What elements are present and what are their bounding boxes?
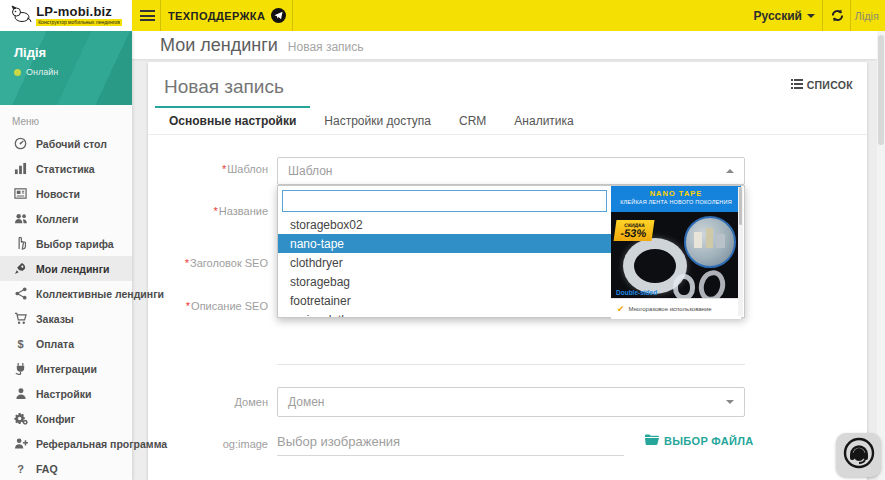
sidebar-item-faq[interactable]: ? FAQ xyxy=(0,456,132,480)
tab-main-settings[interactable]: Основные настройки xyxy=(155,106,310,134)
chevron-up-icon xyxy=(726,169,734,173)
sidebar-item-collective-landings[interactable]: Коллективные лендинги xyxy=(0,281,132,306)
template-option[interactable]: storagebag xyxy=(278,272,611,291)
profile-card: Лідія Онлайн xyxy=(0,31,132,105)
online-status-label: Онлайн xyxy=(26,67,58,77)
dropdown-scrollbar[interactable] xyxy=(738,187,743,316)
preview-photo-inset xyxy=(684,216,736,268)
plug-icon xyxy=(13,362,28,375)
domain-field-label: Домен xyxy=(156,396,268,408)
page-header: Мои лендинги Новая запись xyxy=(132,31,885,59)
app-window: LP-mobi.biz Конструктор мобильных лендин… xyxy=(0,0,885,480)
og-image-placeholder: Выбор изображения xyxy=(277,434,400,449)
sidebar-item-my-landings[interactable]: Мои лендинги xyxy=(0,256,132,281)
user-plus-icon xyxy=(13,437,28,450)
language-selector[interactable]: Русский xyxy=(754,0,816,31)
og-image-input[interactable]: Выбор изображения xyxy=(277,430,624,456)
choose-file-label: ВЫБОР ФАЙЛА xyxy=(664,435,754,447)
sidebar-item-colleagues[interactable]: Коллеги xyxy=(0,206,132,231)
gears-icon xyxy=(13,412,28,425)
domain-select[interactable]: Домен xyxy=(277,387,745,417)
dollar-icon: $ xyxy=(13,337,28,350)
colleagues-icon xyxy=(13,212,28,225)
og-image-field-label: og:image xyxy=(156,438,268,450)
language-label: Русский xyxy=(754,9,803,23)
sidebar-item-tariff[interactable]: Выбор тарифа xyxy=(0,231,132,256)
topbar-username[interactable]: Лідія xyxy=(855,0,879,31)
domain-select-placeholder: Домен xyxy=(288,395,726,409)
tech-support-label: ТЕХПОДДЕРЖКА xyxy=(168,10,265,22)
landings-rocket-icon xyxy=(13,262,28,275)
support-chat-widget[interactable] xyxy=(836,433,881,477)
template-search-input[interactable] xyxy=(282,190,607,212)
card-title: Новая запись xyxy=(164,76,284,98)
name-field-label: *Название xyxy=(156,205,268,217)
topbar-divider xyxy=(822,0,823,31)
tab-analytics[interactable]: Аналитика xyxy=(500,106,587,134)
template-select[interactable]: Шаблон xyxy=(277,157,745,185)
tech-support-button[interactable]: ТЕХПОДДЕРЖКА xyxy=(168,0,286,31)
profile-name: Лідія xyxy=(14,45,132,60)
tariff-hand-icon xyxy=(13,237,28,250)
template-option[interactable]: springclothes xyxy=(278,310,611,317)
sidebar-item-dashboard[interactable]: Рабочий стол xyxy=(0,131,132,156)
dog-logo-icon xyxy=(10,5,32,27)
page-title: Мои лендинги xyxy=(160,35,278,56)
seo-title-field-label: *Заголовок SEO xyxy=(156,257,268,269)
dashboard-icon xyxy=(13,137,28,150)
menu-section-label: Меню xyxy=(0,105,132,131)
template-preview-image: NANO TAPE КЛЕЙКАЯ ЛЕНТА НОВОГО ПОКОЛЕНИЯ xyxy=(611,186,741,319)
choose-file-button[interactable]: ВЫБОР ФАЙЛА xyxy=(645,434,754,447)
refresh-icon[interactable] xyxy=(830,8,845,23)
sidebar-toggle-hamburger-icon[interactable] xyxy=(140,10,155,21)
new-record-card: Новая запись СПИСОК Основные настройки Н… xyxy=(148,62,867,480)
tab-bar: Основные настройки Настройки доступа CRM… xyxy=(148,106,867,135)
topbar-divider xyxy=(850,0,851,31)
check-icon: ✔ xyxy=(617,304,625,314)
seo-description-field-label: *Описание SEO xyxy=(156,300,268,312)
topbar-divider xyxy=(160,0,161,31)
sidebar-item-statistics[interactable]: Статистика xyxy=(0,156,132,181)
template-dropdown: storagebox02 nano-tape clothdryer storag… xyxy=(277,185,745,318)
stats-icon xyxy=(13,162,28,175)
template-option[interactable]: clothdryer xyxy=(278,253,611,272)
list-icon xyxy=(791,79,803,91)
tab-crm[interactable]: CRM xyxy=(445,106,500,134)
sidebar-item-payment[interactable]: $ Оплата xyxy=(0,331,132,356)
user-icon xyxy=(13,387,28,400)
preview-subtitle: КЛЕЙКАЯ ЛЕНТА НОВОГО ПОКОЛЕНИЯ xyxy=(611,199,741,205)
sidebar-item-orders[interactable]: Заказы xyxy=(0,306,132,331)
topbar: LP-mobi.biz Конструктор мобильных лендин… xyxy=(0,0,885,31)
sidebar-item-config[interactable]: Конфиг xyxy=(0,406,132,431)
list-button[interactable]: СПИСОК xyxy=(791,79,853,91)
page-scrollbar[interactable] xyxy=(877,31,885,480)
template-option-highlighted[interactable]: nano-tape xyxy=(278,234,611,253)
template-options-list: storagebox02 nano-tape clothdryer storag… xyxy=(278,215,611,317)
sidebar-item-settings[interactable]: Настройки xyxy=(0,381,132,406)
sidebar-item-news[interactable]: Новости xyxy=(0,181,132,206)
preview-feature: Многоразовое использование xyxy=(629,306,712,312)
template-select-placeholder: Шаблон xyxy=(288,164,726,178)
headset-icon xyxy=(842,436,876,474)
sidebar-item-referral[interactable]: Реферальная программа xyxy=(0,431,132,456)
list-button-label: СПИСОК xyxy=(807,79,853,91)
logo[interactable]: LP-mobi.biz Конструктор мобильных лендин… xyxy=(0,0,132,31)
folder-icon xyxy=(645,434,659,447)
online-status-dot xyxy=(14,69,21,76)
breadcrumb: Новая запись xyxy=(288,36,364,54)
main-area: Мои лендинги Новая запись Новая запись С… xyxy=(132,31,885,480)
template-option[interactable]: storagebox02 xyxy=(278,215,611,234)
sidebar-item-integrations[interactable]: Интеграции xyxy=(0,356,132,381)
question-icon: ? xyxy=(13,462,28,475)
chevron-down-icon xyxy=(726,400,734,404)
news-icon xyxy=(13,187,28,200)
seo-description-input-underline[interactable] xyxy=(277,364,745,365)
topbar-divider xyxy=(292,0,293,31)
tab-access-settings[interactable]: Настройки доступа xyxy=(310,106,445,134)
telegram-icon xyxy=(271,8,286,23)
chevron-down-icon xyxy=(807,14,815,18)
template-option[interactable]: footretainer xyxy=(278,291,611,310)
preview-caption: Double-sided xyxy=(616,289,657,296)
preview-title: NANO TAPE xyxy=(611,189,741,199)
discount-badge: СКИДКА -53% xyxy=(614,220,655,241)
